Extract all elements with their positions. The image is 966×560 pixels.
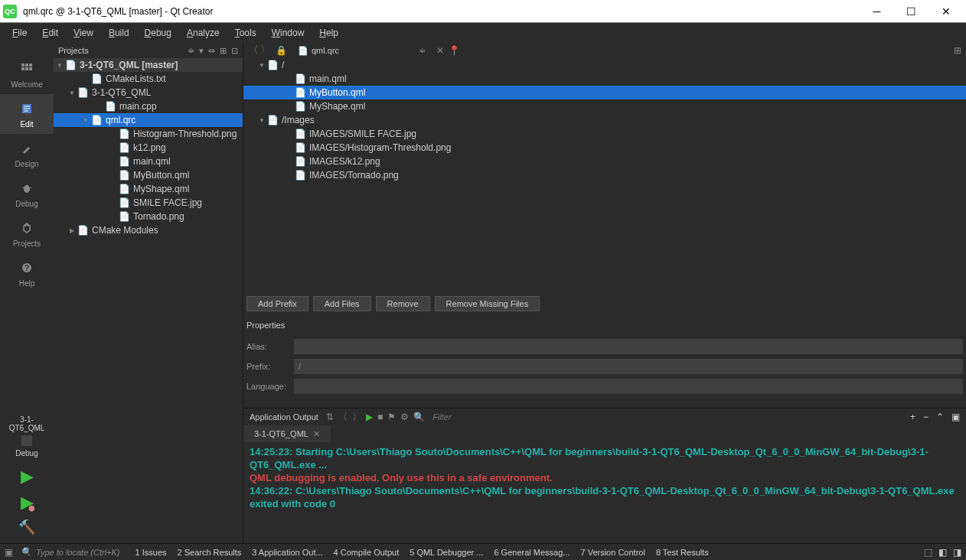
resource-row[interactable]: 📄MyShape.qml bbox=[243, 99, 966, 113]
lock-icon[interactable]: 🔒 bbox=[276, 45, 287, 56]
file-icon: 📄 bbox=[294, 156, 306, 167]
resource-row[interactable]: 📄main.qml bbox=[243, 72, 966, 86]
mode-debug[interactable]: Debug bbox=[0, 174, 54, 213]
link-icon[interactable]: ⇔ bbox=[208, 46, 215, 56]
mode-edit[interactable]: Edit bbox=[0, 94, 54, 134]
toggle-sidebar-icon[interactable]: ⬚ bbox=[924, 547, 932, 558]
minimize-button[interactable]: ─ bbox=[860, 1, 894, 22]
mode-welcome[interactable]: Welcome bbox=[0, 54, 54, 94]
status-tab[interactable]: 4 Compile Output bbox=[334, 548, 400, 557]
alias-input[interactable] bbox=[294, 339, 963, 354]
remove-tab-icon[interactable]: − bbox=[923, 412, 928, 422]
run-debug-button[interactable]: ▶⬢ bbox=[21, 493, 34, 513]
add-prefix-button[interactable]: Add Prefix bbox=[246, 296, 308, 311]
add-pane-icon[interactable]: ⊞ bbox=[220, 46, 227, 56]
resource-row[interactable]: 📄IMAGES/k12.png bbox=[243, 155, 966, 168]
tree-row[interactable]: 📄CMakeLists.txt bbox=[54, 72, 243, 86]
run-button[interactable]: ▶ bbox=[21, 467, 34, 487]
resource-row[interactable]: 📄MyButton.qml bbox=[243, 86, 966, 99]
remove-button[interactable]: Remove bbox=[376, 296, 430, 311]
tree-row[interactable]: ▶📄CMake Modules bbox=[54, 223, 243, 237]
add-tab-icon[interactable]: + bbox=[910, 412, 915, 422]
svg-rect-5 bbox=[29, 67, 32, 70]
mode-design[interactable]: Design bbox=[0, 134, 54, 174]
collapse-icon[interactable]: ⌃ bbox=[936, 412, 944, 422]
file-icon: 📄 bbox=[294, 129, 306, 139]
tree-row[interactable]: 📄MyShape.qml bbox=[54, 182, 243, 196]
attach-icon[interactable]: ⇅ bbox=[326, 412, 334, 422]
resource-row[interactable]: ▼📄/Images bbox=[243, 113, 966, 127]
close-pane-icon[interactable]: ⊡ bbox=[231, 46, 238, 56]
prev-icon[interactable]: 〈 bbox=[338, 411, 348, 424]
toggle-right-icon[interactable]: ◨ bbox=[953, 547, 961, 558]
output-tab[interactable]: 3-1-QT6_QML ✕ bbox=[243, 425, 331, 442]
kit-selector[interactable]: 3-1-QT6_QML Debug bbox=[0, 412, 54, 461]
file-icon: 📄 bbox=[77, 225, 89, 236]
status-tab[interactable]: 3 Application Out... bbox=[252, 548, 322, 557]
tree-row[interactable]: 📄k12.png bbox=[54, 141, 243, 155]
add-files-button[interactable]: Add Files bbox=[313, 296, 371, 311]
prefix-input[interactable] bbox=[294, 359, 963, 374]
project-tree[interactable]: ▼📄3-1-QT6_QML [master]📄CMakeLists.txt▼📄3… bbox=[54, 58, 243, 543]
maximize-output-icon[interactable]: ▣ bbox=[951, 412, 960, 422]
menu-window[interactable]: Window bbox=[264, 25, 312, 41]
file-icon: 📄 bbox=[90, 73, 103, 84]
flag-icon[interactable]: ⚑ bbox=[387, 412, 396, 422]
monitor-icon bbox=[21, 435, 32, 446]
resource-row[interactable]: ▼📄/ bbox=[243, 58, 966, 72]
marker-icon[interactable]: 📍 bbox=[449, 45, 460, 56]
close-button[interactable]: ✕ bbox=[928, 1, 963, 22]
menu-analyze[interactable]: Analyze bbox=[179, 25, 227, 41]
remove-missing-files-button[interactable]: Remove Missing Files bbox=[435, 296, 540, 311]
menu-view[interactable]: View bbox=[66, 25, 101, 41]
mode-projects[interactable]: Projects bbox=[0, 213, 54, 253]
filter-icon[interactable]: ▾ bbox=[199, 46, 204, 56]
build-button[interactable]: 🔨 bbox=[18, 519, 35, 536]
menu-debug[interactable]: Debug bbox=[137, 25, 179, 41]
tree-row[interactable]: ▼📄3-1-QT6_QML [master] bbox=[54, 58, 243, 72]
tree-row[interactable]: 📄main.qml bbox=[54, 155, 243, 168]
status-tab[interactable]: 5 QML Debugger ... bbox=[410, 548, 483, 557]
split-icon[interactable]: ⊞ bbox=[954, 45, 961, 56]
rerun-icon[interactable]: ▶ bbox=[366, 412, 373, 422]
settings-icon[interactable]: ⚙ bbox=[400, 412, 409, 422]
mode-help[interactable]: ?Help bbox=[0, 253, 54, 293]
menu-help[interactable]: Help bbox=[312, 25, 346, 41]
tree-row[interactable]: 📄Histogram-Threshold.png bbox=[54, 127, 243, 141]
resource-row[interactable]: 📄IMAGES/Histogram-Threshold.png bbox=[243, 141, 966, 155]
progress-icon[interactable]: ◧ bbox=[938, 547, 947, 558]
close-file-icon[interactable]: ✕ bbox=[436, 45, 444, 56]
console-output: 14:25:23: Starting C:\Users\Thiago Souto… bbox=[243, 442, 966, 543]
tree-row[interactable]: 📄Tornado.png bbox=[54, 210, 243, 223]
status-tab[interactable]: 2 Search Results bbox=[178, 548, 242, 557]
nav-back-icon[interactable]: 〈 bbox=[248, 44, 259, 57]
close-output-icon[interactable]: ▣ bbox=[5, 547, 13, 558]
language-input[interactable] bbox=[294, 379, 963, 394]
tree-row[interactable]: 📄main.cpp bbox=[54, 99, 243, 113]
file-icon: 📄 bbox=[118, 156, 130, 167]
status-tab[interactable]: 7 Version Control bbox=[580, 548, 645, 557]
menu-edit[interactable]: Edit bbox=[34, 25, 66, 41]
menu-tools[interactable]: Tools bbox=[227, 25, 264, 41]
tree-row[interactable]: ▼📄3-1-QT6_QML bbox=[54, 86, 243, 99]
stop-icon[interactable]: ■ bbox=[377, 412, 383, 422]
status-tab[interactable]: 8 Test Results bbox=[656, 548, 709, 557]
status-tab[interactable]: 1 Issues bbox=[135, 548, 167, 557]
tree-row[interactable]: ▼📄qml.qrc bbox=[54, 113, 243, 127]
status-tab[interactable]: 6 General Messag... bbox=[494, 548, 569, 557]
tree-row[interactable]: 📄SMILE FACE.jpg bbox=[54, 196, 243, 210]
dropdown-icon[interactable]: ≑ bbox=[188, 46, 194, 56]
locate-input[interactable]: 🔍 Type to locate (Ctrl+K) bbox=[21, 547, 120, 557]
next-icon[interactable]: 〉 bbox=[352, 411, 361, 424]
menu-file[interactable]: File bbox=[5, 25, 34, 41]
resource-row[interactable]: 📄IMAGES/Tornado.png bbox=[243, 168, 966, 182]
nav-forward-icon[interactable]: 〉 bbox=[260, 44, 271, 57]
close-tab-icon[interactable]: ✕ bbox=[313, 429, 320, 439]
resource-tree[interactable]: ▼📄/📄main.qml📄MyButton.qml📄MyShape.qml▼📄/… bbox=[243, 58, 966, 291]
file-selector[interactable]: 📄 qml.qrc ≑ bbox=[292, 46, 432, 56]
tree-row[interactable]: 📄MyButton.qml bbox=[54, 168, 243, 182]
maximize-button[interactable]: ☐ bbox=[894, 1, 928, 22]
menu-build[interactable]: Build bbox=[101, 25, 137, 41]
filter-input[interactable] bbox=[432, 412, 539, 422]
resource-row[interactable]: 📄IMAGES/SMILE FACE.jpg bbox=[243, 127, 966, 141]
